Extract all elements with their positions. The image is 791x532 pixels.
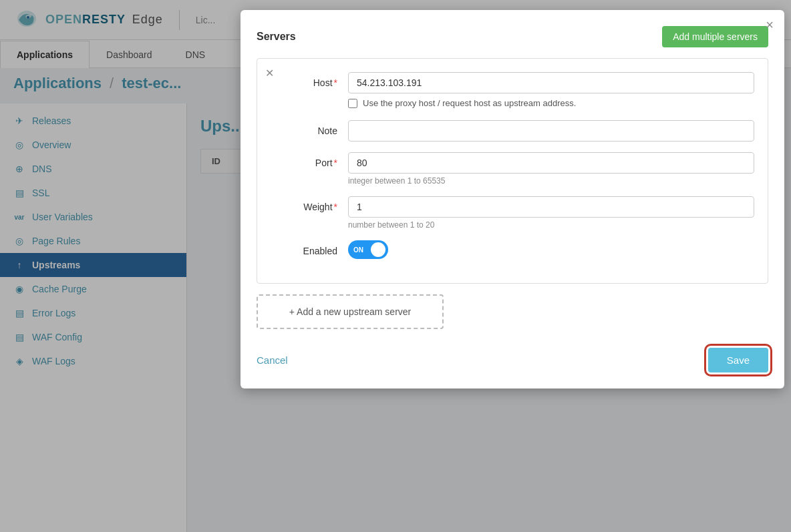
port-input[interactable] [348,152,754,174]
add-multiple-servers-button[interactable]: Add multiple servers [662,26,768,47]
modal-section-header: Servers Add multiple servers [257,26,768,47]
proxy-host-checkbox-row: Use the proxy host / request host as ups… [348,97,754,109]
toggle-on-label: ON [353,246,363,254]
proxy-host-checkbox[interactable] [348,99,357,108]
enabled-toggle[interactable]: ON [348,240,388,259]
host-label: Host* [284,72,337,88]
upstream-modal: × Servers Add multiple servers ✕ Host* U… [241,10,784,388]
toggle-slider: ON [348,240,388,259]
host-field: Use the proxy host / request host as ups… [348,72,754,109]
proxy-host-label: Use the proxy host / request host as ups… [363,97,576,109]
note-input[interactable] [348,120,754,142]
servers-label: Servers [257,31,296,43]
port-row: Port* integer between 1 to 65535 [284,152,754,186]
enabled-label: Enabled [284,240,337,256]
save-button[interactable]: Save [708,348,768,372]
port-hint: integer between 1 to 65535 [348,176,754,186]
weight-hint: number between 1 to 20 [348,220,754,230]
remove-icon: ✕ [265,67,274,79]
host-row: Host* Use the proxy host / request host … [284,72,754,109]
weight-row: Weight* number between 1 to 20 [284,196,754,230]
weight-input[interactable] [348,196,754,218]
add-upstream-label: + Add a new upstream server [289,306,412,317]
port-field: integer between 1 to 65535 [348,152,754,186]
host-input[interactable] [348,72,754,93]
port-label: Port* [284,152,337,168]
note-label: Note [284,120,337,136]
weight-field: number between 1 to 20 [348,196,754,230]
note-row: Note [284,120,754,142]
cancel-button[interactable]: Cancel [257,349,288,371]
weight-label: Weight* [284,196,337,212]
add-upstream-server-button[interactable]: + Add a new upstream server [257,294,444,329]
remove-server-button[interactable]: ✕ [265,67,274,79]
enabled-toggle-container: ON [348,240,754,259]
modal-close-button[interactable]: × [766,18,774,31]
enabled-row: Enabled ON [284,240,754,259]
modal-footer: Cancel Save [257,342,768,372]
note-field [348,120,754,142]
server-card: ✕ Host* Use the proxy host / request hos… [257,58,768,284]
